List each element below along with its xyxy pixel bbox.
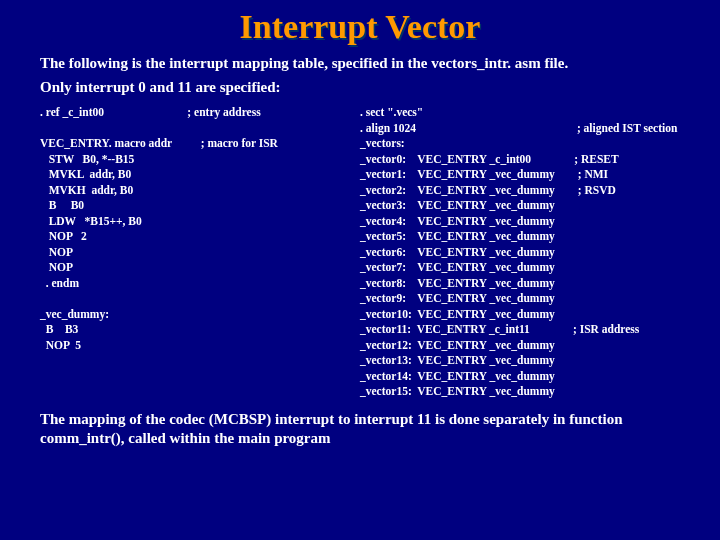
right-column: . sect ".vecs" . align 1024 ; aligned IS…	[360, 105, 680, 400]
left-column: . ref _c_int00 ; entry address VEC_ENTRY…	[40, 105, 340, 400]
code-columns: . ref _c_int00 ; entry address VEC_ENTRY…	[40, 105, 680, 400]
intro-line-1: The following is the interrupt mapping t…	[40, 54, 680, 74]
intro-line-2: Only interrupt 0 and 11 are specified:	[40, 78, 680, 98]
vector-table-code: . sect ".vecs" . align 1024 ; aligned IS…	[360, 105, 680, 400]
slide-container: Interrupt Vector The following is the in…	[0, 0, 720, 459]
footer-text: The mapping of the codec (MCBSP) interru…	[40, 410, 680, 449]
slide-title: Interrupt Vector	[40, 8, 680, 46]
macro-code-block: . ref _c_int00 ; entry address VEC_ENTRY…	[40, 105, 340, 353]
